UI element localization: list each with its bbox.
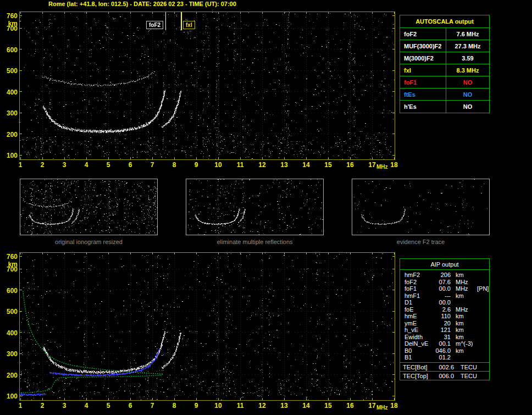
table-row-foF2: foF2 7.6 MHz	[400, 28, 489, 40]
x-axis-tick-label: 9	[190, 161, 202, 169]
aip-row-unit: MHz	[451, 279, 476, 286]
table-row-fxI: fxI 8.3 MHz	[400, 64, 489, 76]
row-label: MUF(3000)F2	[400, 40, 446, 52]
tec-row-value: 002.6	[435, 363, 454, 371]
aip-row-label: h_vE	[400, 327, 432, 334]
row-value: 7.6 MHz	[446, 28, 489, 40]
aip-row-unit: km	[451, 320, 476, 327]
x-axis-tick-label: 5	[102, 161, 114, 169]
y-axis-tick-label: 200	[3, 372, 18, 379]
row-label: h'Es	[400, 101, 446, 113]
aip-row-label: Ewidth	[400, 334, 432, 341]
x-axis-tick-label: 13	[278, 402, 290, 410]
aip-row-value: 20	[432, 320, 451, 327]
aip-row-value: ---	[432, 292, 451, 300]
table-row-hEs: h'Es NO	[400, 101, 489, 113]
aip-row-note	[476, 299, 489, 306]
aip-row-unit: km	[451, 292, 476, 300]
thumbnail-f2-canvas	[352, 179, 489, 235]
aip-row-label: foF2	[400, 279, 432, 286]
x-axis-tick-label: 6	[124, 402, 136, 410]
y-axis-tick-label: 300	[3, 109, 18, 117]
x-axis-tick-label: 18	[388, 161, 400, 169]
row-value: NO	[446, 88, 489, 100]
autoscala-table-header: AUTOSCALA output	[400, 15, 489, 28]
y-axis-tick-label: 300	[3, 350, 18, 358]
aip-row-value: 00.0	[432, 285, 451, 292]
thumbnail-caption: original ionogram resized	[20, 239, 158, 245]
aip-tec-row: TEC[Bot]002.6TECU	[400, 362, 489, 371]
aip-row-label: D1	[400, 299, 432, 306]
x-axis-tick-label: 2	[36, 402, 48, 410]
x-axis-tick-label: 16	[344, 161, 356, 169]
aip-row: hmF1---km	[400, 292, 489, 300]
thumbnail-f2-evidence	[352, 179, 490, 235]
x-axis-tick-label: 3	[58, 402, 70, 410]
x-axis-tick-label: 14	[300, 161, 312, 169]
aip-row: hmF2206km	[400, 272, 489, 279]
aip-row-note	[476, 292, 489, 300]
aip-row-value: 121	[432, 327, 451, 334]
y-axis-tick-label: 600	[3, 46, 18, 54]
aip-row-unit: km	[451, 313, 476, 320]
row-label: M(3000)F2	[400, 52, 446, 64]
aip-output-table: AIP output hmF2206kmfoF207.6MHzfoF100.0M…	[400, 258, 490, 380]
table-row-muf3000f2: MUF(3000)F2 27.3 MHz	[400, 40, 489, 52]
x-axis-tick-label: 8	[168, 402, 180, 410]
x-axis-tick-label: 9	[190, 402, 202, 410]
row-value: 27.3 MHz	[446, 40, 489, 52]
aip-row-note	[476, 272, 489, 279]
aip-row: DelN_vE00.1m^(-3)	[400, 340, 489, 347]
y-axis-tick-label: 500	[3, 67, 18, 75]
tec-row-value: 006.0	[435, 372, 454, 380]
aip-row-note	[476, 334, 489, 341]
row-label: ftEs	[400, 88, 446, 100]
row-value: 3.59	[446, 52, 489, 64]
foF2-marker-label: foF2	[146, 21, 163, 29]
aip-row-note	[476, 354, 489, 361]
row-label: fxI	[400, 64, 446, 76]
fxI-marker-label: fxI	[183, 21, 195, 29]
aip-row: foF100.0MHz[PN]	[400, 285, 489, 292]
tec-row-label: TEC[Bot]	[400, 363, 435, 371]
aip-row-label: DelN_vE	[400, 340, 432, 347]
x-axis-tick-label: 11	[234, 161, 246, 169]
aip-row-label: hmE	[400, 313, 432, 320]
aip-row: ymE20km	[400, 320, 489, 327]
y-axis-unit-label: km	[3, 261, 18, 268]
x-axis-tick-label: 2	[36, 161, 48, 169]
aip-row-label: foF1	[400, 285, 432, 292]
x-axis-tick-label: 3	[58, 161, 70, 169]
aip-row-unit	[451, 299, 476, 306]
aip-row-unit: m^(-3)	[451, 340, 476, 347]
x-axis-tick-label: 15	[322, 161, 334, 169]
thumbnail-cleaned-canvas	[186, 179, 323, 235]
aip-row: foE2.6MHz	[400, 306, 489, 313]
station-date-time-title: Rome (lat: +41.8, lon: 012.5) - DATE: 20…	[48, 1, 236, 7]
y-axis-tick-label: 100	[3, 152, 18, 159]
x-axis-tick-label: 16	[344, 402, 356, 410]
y-axis-tick-label: 400	[3, 88, 18, 96]
aip-row-value: 206	[432, 272, 451, 279]
aip-row: Ewidth31km	[400, 334, 489, 341]
aip-row: B0046.0km	[400, 347, 489, 355]
table-row-m3000f2: M(3000)F2 3.59	[400, 52, 489, 64]
table-row-ftEs: ftEs NO	[400, 88, 489, 101]
y-axis-tick-label: 200	[3, 131, 18, 139]
aip-row-label: B1	[400, 354, 432, 361]
aip-row-label: ymE	[400, 320, 432, 327]
y-axis-tick-label: 500	[3, 308, 18, 316]
aip-tec-rows: TEC[Bot]002.6TECUTEC[Top]006.0TECU	[400, 362, 489, 380]
aip-row-value: 110	[432, 313, 451, 320]
table-row-foF1: foF1 NO	[400, 76, 489, 88]
aip-row-unit: MHz	[451, 285, 476, 292]
row-label: foF1	[400, 76, 446, 88]
row-label: foF2	[400, 28, 446, 40]
aip-row-note	[476, 327, 489, 334]
aip-row-note	[476, 306, 489, 313]
x-axis-unit-label: MHz	[376, 164, 388, 170]
thumbnail-cleaned-ionogram	[186, 179, 324, 235]
x-axis-tick-label: 11	[234, 402, 246, 410]
x-axis-tick-label: 8	[168, 161, 180, 169]
aip-row-note	[476, 313, 489, 320]
